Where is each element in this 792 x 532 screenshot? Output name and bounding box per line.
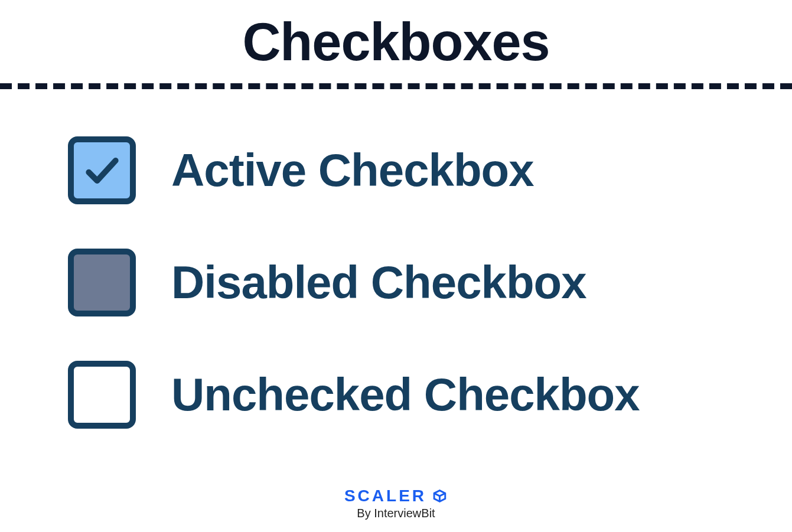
checkbox-row-unchecked: Unchecked Checkbox: [68, 361, 792, 429]
checkbox-label-disabled: Disabled Checkbox: [171, 256, 586, 309]
footer-subtitle: By InterviewBit: [344, 507, 448, 520]
cube-icon: [431, 488, 448, 504]
checkbox-row-active: Active Checkbox: [68, 136, 792, 204]
checkbox-list: Active Checkbox Disabled Checkbox Unchec…: [0, 136, 792, 429]
checkbox-active[interactable]: [68, 136, 136, 204]
page-container: Checkboxes Active Checkbox Disabled Chec…: [0, 0, 792, 532]
checkbox-row-disabled: Disabled Checkbox: [68, 249, 792, 316]
checkbox-label-active: Active Checkbox: [171, 143, 534, 197]
divider: [0, 83, 792, 89]
footer: SCALER By InterviewBit: [344, 487, 448, 520]
page-title: Checkboxes: [0, 12, 792, 73]
check-icon: [82, 151, 122, 191]
checkbox-disabled: [68, 249, 136, 316]
checkbox-label-unchecked: Unchecked Checkbox: [171, 368, 640, 422]
checkbox-unchecked[interactable]: [68, 361, 136, 429]
footer-brand-text: SCALER: [344, 487, 426, 505]
footer-brand: SCALER: [344, 487, 448, 505]
